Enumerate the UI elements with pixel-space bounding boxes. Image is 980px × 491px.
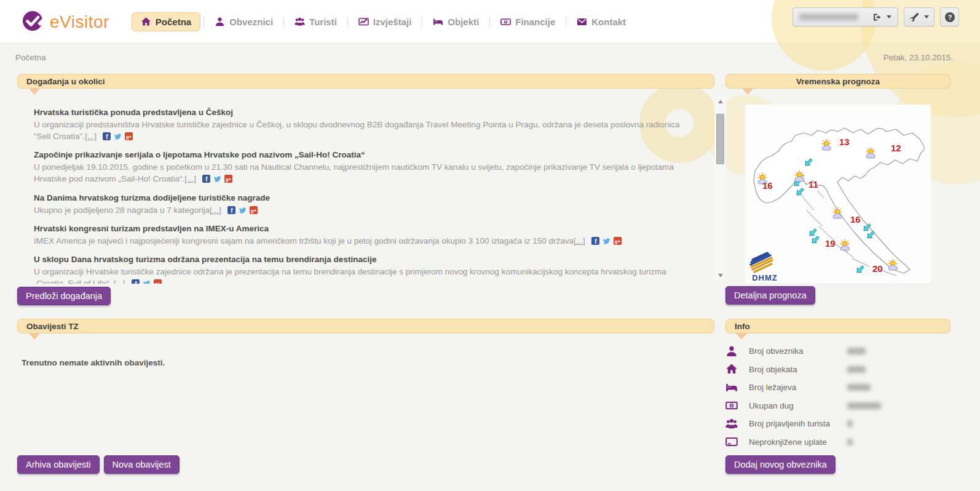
- evisitor-logo[interactable]: eVisitor: [21, 9, 109, 35]
- add-obligor-button[interactable]: Dodaj novog obveznika: [725, 455, 836, 474]
- info-label: Broj objekata: [749, 365, 847, 374]
- people-icon: [725, 418, 738, 430]
- info-value-redacted: [847, 348, 866, 354]
- weather-panel-header: Vremenska prognoza: [725, 74, 950, 89]
- facebook-icon[interactable]: [132, 279, 140, 284]
- news-body: U organizaciji Hrvatske turističke zajed…: [34, 267, 666, 284]
- detailed-forecast-button[interactable]: Detaljna prognoza: [725, 286, 815, 305]
- info-row: Broj ležajeva: [725, 378, 950, 397]
- info-label: Neproknjižene uplate: [749, 437, 847, 447]
- news-title: Hrvatski kongresni turizam predstavljen …: [34, 224, 686, 233]
- house-icon: [725, 363, 738, 375]
- temperature-label: 16: [850, 214, 861, 225]
- temperature-label: 12: [891, 143, 901, 153]
- twitter-icon[interactable]: [603, 237, 611, 245]
- panel-pointer: [742, 89, 753, 95]
- user-menu-button[interactable]: [792, 7, 898, 26]
- info-row: Broj objekata: [725, 361, 950, 379]
- panel-pointer: [29, 89, 40, 95]
- googleplus-icon[interactable]: [154, 279, 162, 284]
- nav-item-izvjestaji[interactable]: Izvještaji: [351, 12, 419, 31]
- news-body: U ponedjeljak 19.10.2015. godine s počet…: [34, 162, 674, 183]
- news-item: Započinje prikazivanje serijala o ljepot…: [34, 150, 686, 185]
- main-nav: Početna Obveznici Turisti Izvještaji Obj…: [132, 12, 633, 31]
- evisitor-wordmark: eVisitor: [50, 12, 109, 32]
- bed-icon: [433, 17, 443, 27]
- panel-pointer: [736, 333, 747, 340]
- nav-item-financije[interactable]: Financije: [493, 12, 563, 31]
- notices-buttons: Arhiva obavijesti Nova obavijest: [17, 455, 180, 474]
- weather-map: 13 12 16 11 16 19 20 DHMZ: [745, 105, 931, 283]
- info-row: Broj obveznika: [725, 342, 950, 361]
- temperature-label: 16: [762, 180, 773, 191]
- new-notice-button[interactable]: Nova obavijest: [104, 455, 180, 474]
- svg-text:?: ?: [947, 14, 952, 21]
- facebook-icon[interactable]: [202, 175, 210, 183]
- events-scrollbar[interactable]: [714, 95, 726, 282]
- people-icon: [294, 17, 305, 27]
- events-list: Hrvatska turistička ponuda predstavljena…: [17, 97, 714, 284]
- evisitor-home-page: eVisitor Početna Obveznici Turisti Izvje…: [0, 0, 980, 491]
- googleplus-icon[interactable]: [125, 132, 133, 140]
- nav-item-obveznici[interactable]: Obveznici: [207, 12, 280, 31]
- help-button[interactable]: ?: [940, 7, 959, 26]
- info-row: Neproknjižene uplate: [725, 433, 950, 452]
- read-more-link[interactable]: [...]: [114, 279, 125, 284]
- nav-item-objekti[interactable]: Objekti: [425, 12, 486, 31]
- user-name-redacted: [799, 14, 858, 20]
- info-rows: Broj obveznika Broj objekata Broj ležaje…: [725, 342, 950, 451]
- read-more-link[interactable]: [...]: [184, 174, 196, 183]
- scroll-down-arrow[interactable]: [714, 271, 726, 281]
- googleplus-icon[interactable]: [250, 206, 258, 214]
- scroll-up-arrow[interactable]: [714, 97, 726, 106]
- chart-icon: [358, 17, 369, 27]
- events-panel-header: Događanja u okolici: [17, 74, 714, 89]
- notices-empty-message: Trenutno nemate aktivnih obavijesti.: [22, 358, 165, 367]
- news-title: U sklopu Dana hrvatskog turizma održana …: [34, 255, 686, 264]
- settings-button[interactable]: [904, 7, 935, 26]
- read-more-link[interactable]: [...]: [210, 206, 221, 215]
- facebook-icon[interactable]: [103, 132, 111, 140]
- wrench-icon: [909, 12, 920, 22]
- read-more-link[interactable]: [...]: [574, 236, 585, 246]
- scrollbar-thumb[interactable]: [716, 114, 724, 164]
- breadcrumb: Početna: [15, 53, 46, 62]
- info-label: Broj prijavljenih turista: [749, 419, 847, 428]
- home-icon: [141, 17, 151, 27]
- twitter-icon[interactable]: [213, 175, 221, 183]
- current-date: Petak, 23.10.2015.: [883, 53, 953, 62]
- person-icon: [215, 17, 225, 27]
- news-item: Hrvatska turistička ponuda predstavljena…: [34, 108, 686, 142]
- envelope-icon: [577, 17, 587, 27]
- googleplus-icon[interactable]: [224, 175, 232, 183]
- nav-item-kontakt[interactable]: Kontakt: [569, 12, 633, 31]
- logout-icon: [872, 12, 882, 22]
- nav-item-pocetna[interactable]: Početna: [132, 12, 200, 31]
- twitter-icon[interactable]: [143, 279, 151, 284]
- info-value-redacted: [847, 402, 881, 409]
- facebook-icon[interactable]: [591, 237, 599, 245]
- facebook-icon[interactable]: [227, 206, 235, 214]
- card-icon: [725, 436, 738, 448]
- nav-item-turisti[interactable]: Turisti: [287, 12, 344, 31]
- bed-icon: [725, 381, 738, 394]
- temperature-label: 11: [808, 179, 818, 190]
- news-body: IMEX America je najveći i najposjećeniji…: [34, 236, 574, 246]
- notices-panel-header: Obavijesti TZ: [17, 319, 714, 333]
- news-item: U sklopu Dana hrvatskog turizma održana …: [34, 255, 686, 284]
- twitter-icon[interactable]: [114, 132, 122, 140]
- info-value-redacted: [847, 384, 871, 391]
- nav-divider: [422, 17, 422, 27]
- googleplus-icon[interactable]: [614, 237, 622, 245]
- news-item: Na Danima hrvatskog turizma dodijeljene …: [34, 193, 686, 216]
- info-value-redacted: [847, 439, 853, 445]
- twitter-icon[interactable]: [239, 206, 247, 214]
- suggest-events-button[interactable]: Predloži događanja: [17, 287, 111, 305]
- chevron-down-icon: [924, 15, 929, 18]
- temperature-label: 20: [872, 263, 883, 274]
- dhmz-logo: DHMZ: [748, 253, 782, 282]
- news-item: Hrvatski kongresni turizam predstavljen …: [34, 224, 686, 247]
- read-more-link[interactable]: [...]: [85, 132, 97, 141]
- info-value-redacted: [847, 366, 866, 373]
- notices-archive-button[interactable]: Arhiva obavijesti: [17, 455, 100, 474]
